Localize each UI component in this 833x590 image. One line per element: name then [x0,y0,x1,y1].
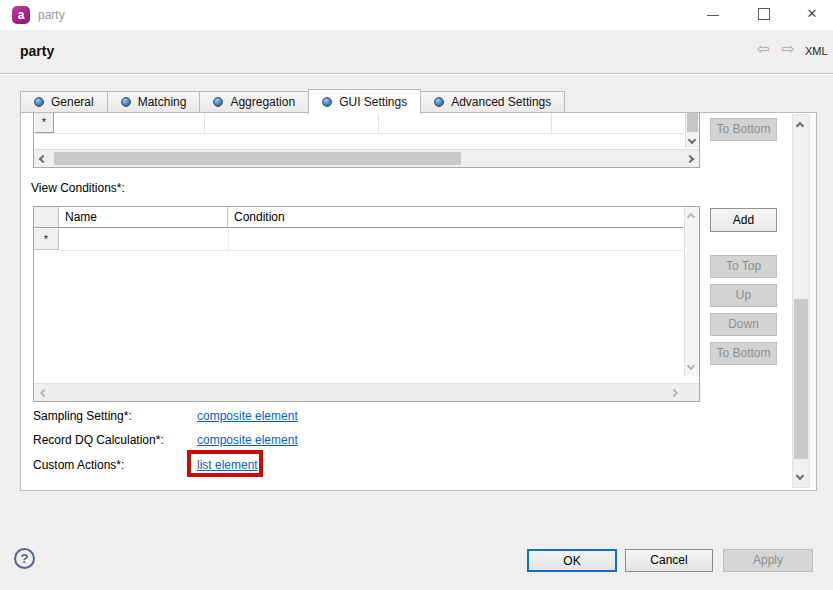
record-dq-calculation-label: Record DQ Calculation*: [33,433,164,447]
tab-matching[interactable]: Matching [107,91,201,113]
new-row-marker[interactable]: * [34,229,59,250]
tab-general[interactable]: General [20,91,108,113]
add-button[interactable]: Add [710,208,777,232]
custom-actions-label: Custom Actions*: [33,458,124,472]
vertical-scrollbar[interactable] [685,113,699,148]
tab-ball-icon [434,97,444,107]
tab-label: Advanced Settings [451,95,551,109]
row-divider [60,250,683,251]
tab-label: GUI Settings [339,95,407,109]
column-divider [551,113,552,134]
dialog-header: party ⇦ ⇨ XML [0,30,833,74]
vertical-scrollbar[interactable] [684,207,699,376]
tab-advanced-settings[interactable]: Advanced Settings [420,91,565,113]
column-divider [378,113,379,134]
xml-view-toggle[interactable]: XML [805,45,828,57]
scroll-right-icon[interactable] [670,389,678,397]
apply-button[interactable]: Apply [723,549,813,572]
row-divider [34,133,684,134]
tab-label: General [51,95,94,109]
scroll-up-icon[interactable] [796,122,804,130]
view-conditions-table: Name Condition * [33,206,700,402]
tab-ball-icon [121,97,131,107]
header-corner-cell [34,207,59,227]
tab-bar: General Matching Aggregation GUI Setting… [20,88,565,113]
scrollbar-thumb[interactable] [687,113,698,132]
ok-button[interactable]: OK [527,549,617,572]
to-bottom-button[interactable]: To Bottom [710,342,777,365]
horizontal-scrollbar[interactable] [34,383,699,401]
panel-vertical-scrollbar[interactable] [792,114,810,488]
layout-table: * [33,113,700,168]
tab-ball-icon [213,97,223,107]
app-logo-icon: a [12,6,30,24]
tab-gui-settings[interactable]: GUI Settings [308,89,421,114]
scroll-up-icon[interactable] [687,213,695,221]
scroll-down-icon[interactable] [687,362,695,370]
column-divider [204,113,205,134]
to-top-button[interactable]: To Top [710,255,777,278]
up-button[interactable]: Up [710,284,777,307]
back-arrow-icon[interactable]: ⇦ [757,40,770,58]
tab-label: Matching [138,95,187,109]
horizontal-scrollbar[interactable] [34,149,699,167]
column-divider [228,229,229,250]
table-header-row: Name Condition [34,207,683,228]
new-row-marker[interactable]: * [35,113,54,133]
scroll-left-icon[interactable] [40,389,48,397]
column-header-name[interactable]: Name [60,207,228,227]
scrollbar-thumb[interactable] [794,299,808,459]
record-dq-calculation-link[interactable]: composite element [197,433,298,447]
scroll-right-icon[interactable] [686,155,694,163]
window-title: party [38,8,65,22]
tab-aggregation[interactable]: Aggregation [199,91,309,113]
highlight-annotation-box [187,450,263,477]
minimize-icon[interactable] [707,15,719,16]
to-bottom-button-upper[interactable]: To Bottom [710,118,777,141]
tab-ball-icon [34,97,44,107]
tab-label: Aggregation [230,95,295,109]
title-bar: a party ✕ [0,0,833,30]
scroll-left-icon[interactable] [39,155,47,163]
gui-settings-panel: * View Conditions*: Name Condition [20,112,817,491]
scroll-down-icon[interactable] [796,472,804,480]
tab-ball-icon [322,97,332,107]
view-conditions-label: View Conditions*: [31,181,125,195]
scrollbar-thumb[interactable] [54,152,461,165]
down-button[interactable]: Down [710,313,777,336]
page-title: party [20,43,54,59]
sampling-setting-label: Sampling Setting*: [33,409,132,423]
help-icon[interactable]: ? [14,548,35,569]
maximize-icon[interactable] [758,8,770,20]
close-icon[interactable]: ✕ [804,6,820,22]
cancel-button[interactable]: Cancel [625,549,713,572]
scroll-down-icon[interactable] [688,136,696,144]
column-header-condition[interactable]: Condition [229,207,683,227]
dialog-window: a party ✕ party ⇦ ⇨ XML General Matching… [0,0,833,590]
sampling-setting-link[interactable]: composite element [197,409,298,423]
forward-arrow-icon[interactable]: ⇨ [782,40,795,58]
